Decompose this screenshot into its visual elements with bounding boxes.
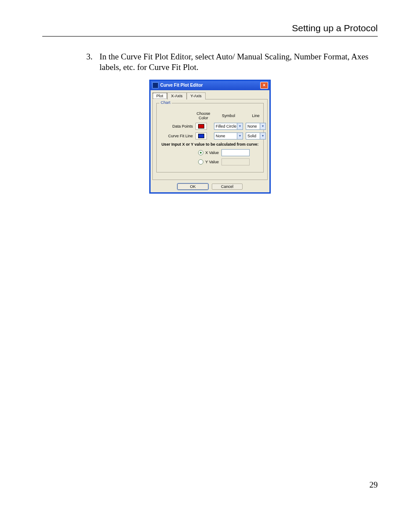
radio-x-label: X Value bbox=[205, 150, 219, 155]
radio-y-value[interactable]: Y Value bbox=[170, 159, 219, 165]
symbol-select-curve-fit-line[interactable]: None ▾ bbox=[214, 132, 243, 139]
ok-button[interactable]: OK bbox=[177, 183, 208, 190]
curve-fit-plot-editor-dialog: Curve Fit Plot Editor × Plot X-Axis Y-Ax… bbox=[149, 80, 271, 194]
radio-y-label: Y Value bbox=[205, 160, 219, 164]
dialog-button-row: OK Cancel bbox=[151, 182, 269, 192]
cancel-button[interactable]: Cancel bbox=[212, 183, 243, 190]
combo-value: None bbox=[246, 124, 260, 128]
radio-dot-icon bbox=[198, 150, 203, 155]
header-choose-color: Choose Color bbox=[195, 111, 211, 120]
line-select-curve-fit-line[interactable]: Solid ▾ bbox=[246, 132, 266, 139]
row-curve-fit-line: Curve Fit Line None ▾ Solid ▾ bbox=[160, 132, 260, 139]
color-button-data-points[interactable] bbox=[195, 123, 207, 130]
page-number: 29 bbox=[369, 480, 378, 490]
chevron-down-icon: ▾ bbox=[260, 123, 265, 129]
label-data-points: Data Points bbox=[160, 124, 193, 128]
list-number: 3. bbox=[86, 51, 99, 73]
document-page: Setting up a Protocol 3. In the Curve Fi… bbox=[0, 0, 420, 510]
color-swatch-icon bbox=[198, 134, 204, 138]
y-value-input bbox=[221, 158, 250, 165]
combo-value: None bbox=[214, 134, 237, 138]
header-symbol: Symbol bbox=[214, 114, 243, 118]
chevron-down-icon: ▾ bbox=[260, 133, 265, 139]
combo-value: Solid bbox=[246, 134, 260, 138]
x-value-input[interactable] bbox=[221, 149, 250, 156]
combo-value: Filled Circle bbox=[214, 124, 237, 128]
line-select-data-points[interactable]: None ▾ bbox=[246, 123, 266, 130]
chevron-down-icon: ▾ bbox=[237, 123, 243, 129]
label-curve-fit-line: Curve Fit Line bbox=[160, 134, 193, 138]
tab-plot[interactable]: Plot bbox=[152, 92, 167, 99]
radio-row-x: X Value bbox=[160, 149, 260, 156]
color-swatch-icon bbox=[198, 124, 204, 128]
group-title: Chart bbox=[159, 100, 172, 105]
running-header: Setting up a Protocol bbox=[42, 23, 378, 37]
color-button-curve-fit-line[interactable] bbox=[195, 132, 207, 139]
dialog-title-text: Curve Fit Plot Editor bbox=[160, 83, 260, 88]
chart-group: Chart . Choose Color Symbol Line Data Po… bbox=[156, 103, 264, 172]
embedded-screenshot: Curve Fit Plot Editor × Plot X-Axis Y-Ax… bbox=[42, 80, 378, 194]
tab-y-axis[interactable]: Y-Axis bbox=[187, 92, 206, 99]
tab-strip: Plot X-Axis Y-Axis bbox=[151, 90, 269, 99]
symbol-select-data-points[interactable]: Filled Circle ▾ bbox=[214, 123, 243, 130]
row-data-points: Data Points Filled Circle ▾ None ▾ bbox=[160, 123, 260, 130]
header-line: Line bbox=[246, 114, 266, 118]
chevron-down-icon: ▾ bbox=[237, 133, 243, 139]
close-icon[interactable]: × bbox=[260, 82, 268, 89]
app-icon bbox=[152, 82, 158, 88]
tab-pane-plot: Chart . Choose Color Symbol Line Data Po… bbox=[152, 99, 268, 180]
list-text: In the Curve Fit Plot Editor, select Aut… bbox=[99, 51, 378, 73]
radio-x-value[interactable]: X Value bbox=[170, 150, 219, 155]
radio-dot-icon bbox=[198, 159, 203, 165]
radio-row-y: Y Value bbox=[160, 158, 260, 165]
dialog-titlebar[interactable]: Curve Fit Plot Editor × bbox=[151, 81, 269, 90]
tab-x-axis[interactable]: X-Axis bbox=[167, 92, 187, 99]
instruction-step-3: 3. In the Curve Fit Plot Editor, select … bbox=[86, 51, 378, 73]
column-headers: . Choose Color Symbol Line bbox=[160, 111, 260, 120]
user-input-heading: User Input X or Y value to be calculated… bbox=[160, 142, 260, 147]
